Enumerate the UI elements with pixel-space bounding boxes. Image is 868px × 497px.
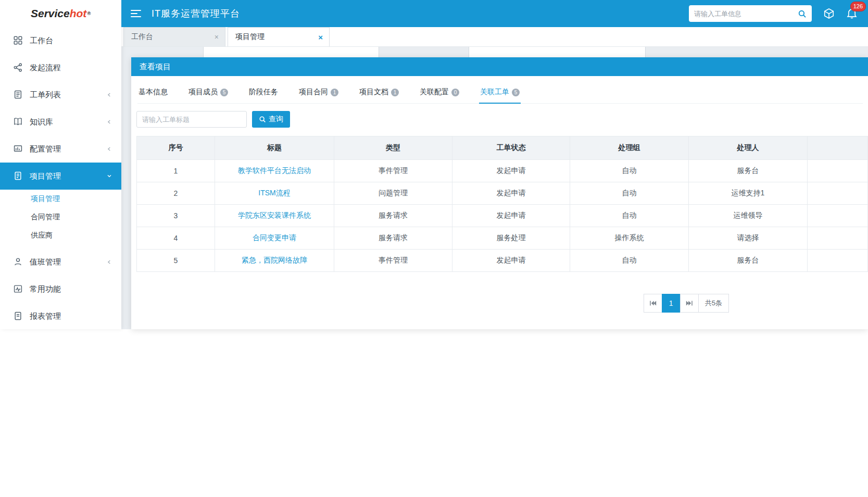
ticket-title-link[interactable]: 合同变更申请 [215, 227, 334, 250]
sidebar-item-report-management[interactable]: 报表管理 [0, 303, 121, 330]
cell-status: 发起申请 [452, 205, 570, 227]
tab-project-management[interactable]: 项目管理 × [228, 27, 330, 46]
sidebar-item-label: 工单列表 [30, 90, 61, 100]
cell-handler: 服务台 [689, 250, 808, 272]
cell-index: 5 [137, 250, 215, 272]
cell-group: 操作系统 [570, 227, 689, 250]
close-icon[interactable]: × [318, 33, 323, 42]
table-row: 1 教学软件平台无法启动 事件管理 发起申请 自动 服务台 [137, 160, 868, 182]
column-header: 工单状态 [452, 136, 570, 160]
ticket-title-search-input[interactable] [136, 111, 247, 128]
page-number-1[interactable]: 1 [662, 294, 681, 313]
query-button[interactable]: 查询 [252, 111, 290, 128]
first-page-button[interactable] [644, 294, 662, 313]
ticket-title-link[interactable]: 教学软件平台无法启动 [215, 160, 334, 182]
sidebar-item-label: 知识库 [30, 117, 53, 127]
tab-project-contracts[interactable]: 项目合同 1 [298, 80, 339, 104]
grid-icon [14, 36, 23, 45]
column-header: 处理人 [689, 136, 808, 160]
tab-label: 工作台 [131, 32, 153, 42]
table-row: 4 合同变更申请 服务请求 服务处理 操作系统 请选择 [137, 227, 868, 250]
column-header: 序号 [137, 136, 215, 160]
menu-toggle-icon[interactable] [131, 9, 141, 18]
table-row: 3 学院东区安装课件系统 服务请求 发起申请 自动 运维领导 [137, 205, 868, 227]
tab-basic-info[interactable]: 基本信息 [137, 80, 169, 104]
cell-cutoff [808, 227, 868, 250]
cell-group: 自动 [570, 205, 689, 227]
cell-status: 发起申请 [452, 250, 570, 272]
cell-handler: 服务台 [689, 160, 808, 182]
column-header: 类型 [334, 136, 452, 160]
panel-tab-label: 项目成员 [188, 88, 218, 97]
user-icon [14, 257, 23, 267]
pulse-icon [14, 284, 23, 294]
panel-title: 查看项目 [131, 57, 868, 76]
app-cube-icon[interactable] [823, 8, 835, 19]
sidebar-item-project-management[interactable]: 项目管理 [0, 163, 121, 190]
ticket-title-link[interactable]: 紧急，西院网络故障 [215, 250, 334, 272]
cell-cutoff [808, 205, 868, 227]
sidebar-item-duty-management[interactable]: 值班管理 [0, 249, 121, 276]
cell-type: 服务请求 [334, 227, 452, 250]
chevron-left-icon [106, 258, 113, 266]
cell-status: 发起申请 [452, 160, 570, 182]
chevron-left-icon [106, 118, 113, 126]
brand-name-b: hot [70, 7, 87, 20]
sidebar-item-common-functions[interactable]: 常用功能 [0, 276, 121, 303]
app-window: IT服务运营管理平台 126 [0, 0, 868, 497]
cell-index: 1 [137, 160, 215, 182]
close-icon[interactable]: × [215, 33, 219, 41]
cell-index: 3 [137, 205, 215, 227]
table-row: 5 紧急，西院网络故障 事件管理 发起申请 自动 服务台 [137, 250, 868, 272]
brand-reg: ® [87, 11, 91, 16]
tab-related-config[interactable]: 关联配置 0 [419, 80, 460, 104]
last-page-button[interactable] [680, 294, 699, 313]
sidebar-item-config-management[interactable]: 配置管理 [0, 135, 121, 163]
panel-tab-label: 基本信息 [139, 88, 168, 97]
ticket-title-link[interactable]: 学院东区安装课件系统 [215, 205, 334, 227]
sidebar-item-label: 报表管理 [30, 312, 61, 321]
sidebar-item-label: 常用功能 [30, 284, 61, 294]
panel-tab-label: 项目文档 [359, 88, 388, 97]
tab-bar: 工作台 × 项目管理 × [121, 27, 868, 47]
sidebar-subitem-project-management[interactable]: 项目管理 [0, 190, 121, 208]
report-icon [14, 312, 23, 321]
sidebar-item-ticket-list[interactable]: 工单列表 [0, 81, 121, 108]
tab-project-documents[interactable]: 项目文档 1 [358, 80, 400, 104]
list-icon [14, 90, 23, 100]
chart-icon [14, 144, 23, 154]
sidebar: Servicehot® 工作台 发起流程 [0, 0, 121, 329]
tab-related-tickets[interactable]: 关联工单 5 [479, 80, 521, 104]
sidebar-item-workbench[interactable]: 工作台 [0, 27, 121, 54]
panel-body: 基本信息 项目成员 5 阶段任务 项目合同 1 项目文档 1 [131, 80, 868, 313]
header-search-input[interactable] [694, 10, 798, 18]
sidebar-item-knowledge-base[interactable]: 知识库 [0, 108, 121, 135]
header-search [689, 5, 812, 22]
panel-tab-label: 关联配置 [420, 88, 449, 97]
project-management-submenu: 项目管理 合同管理 供应商 [0, 190, 121, 249]
cell-handler: 请选择 [689, 227, 808, 250]
tab-workbench[interactable]: 工作台 × [123, 27, 225, 46]
sidebar-item-label: 项目管理 [30, 171, 61, 181]
related-tickets-table: 序号 标题 类型 工单状态 处理组 处理人 1 教学软件平台无法启动 事件管理 [136, 136, 868, 272]
count-badge: 5 [512, 89, 520, 96]
table-header-row: 序号 标题 类型 工单状态 处理组 处理人 [137, 136, 868, 160]
count-badge: 1 [391, 89, 399, 96]
cell-type: 事件管理 [334, 250, 452, 272]
brand-name-a: Service [31, 7, 70, 20]
search-icon[interactable] [798, 9, 807, 18]
panel-tab-label: 项目合同 [299, 88, 328, 97]
tab-project-members[interactable]: 项目成员 5 [187, 80, 229, 104]
panel-tab-label: 关联工单 [480, 88, 509, 97]
sidebar-subitem-contract-management[interactable]: 合同管理 [0, 208, 121, 226]
flow-icon [14, 63, 23, 72]
cell-index: 2 [137, 182, 215, 205]
notification-bell-icon[interactable]: 126 [846, 8, 858, 19]
sidebar-subitem-supplier[interactable]: 供应商 [0, 226, 121, 244]
tab-phase-tasks[interactable]: 阶段任务 [248, 80, 279, 104]
ticket-title-link[interactable]: ITSM流程 [215, 182, 334, 205]
sidebar-item-initiate-flow[interactable]: 发起流程 [0, 54, 121, 81]
pagination-total: 共5条 [698, 294, 729, 313]
notification-badge: 126 [850, 2, 866, 11]
sidebar-item-label: 工作台 [30, 36, 53, 46]
